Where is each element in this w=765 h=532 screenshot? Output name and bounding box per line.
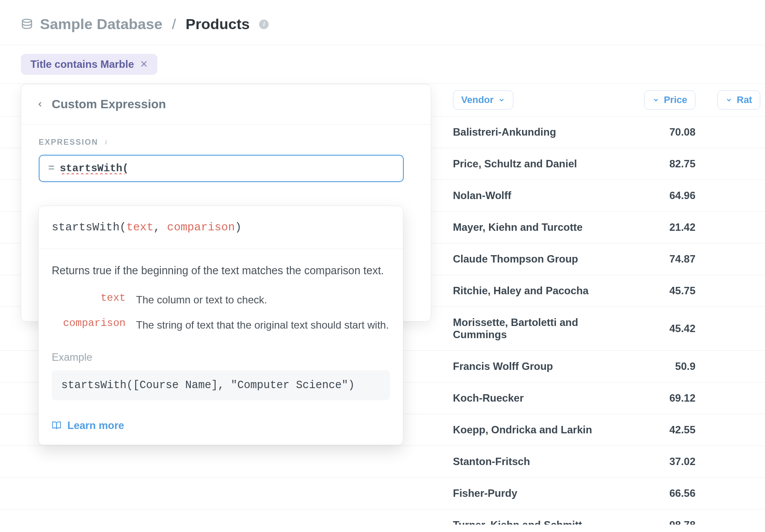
cell-price: 66.56 (630, 477, 717, 509)
cell-rating (717, 509, 765, 525)
param-desc: The string of text that the original tex… (136, 317, 390, 333)
cell-price: 45.42 (630, 306, 717, 350)
cell-rating (717, 180, 765, 211)
close-icon[interactable]: ✕ (140, 60, 148, 69)
cell-rating (717, 148, 765, 180)
table-row[interactable]: Fisher-Purdy66.56 (0, 477, 765, 509)
filter-chip-label: Title contains Marble (30, 58, 134, 70)
filter-row: Title contains Marble ✕ (0, 45, 765, 84)
cell-rating (717, 414, 765, 446)
chevron-down-icon (725, 96, 732, 103)
panel-title: Custom Expression (52, 97, 166, 111)
cell-price: 50.9 (630, 350, 717, 382)
column-header-price[interactable]: Price (644, 90, 695, 110)
book-icon (52, 421, 61, 430)
filter-chip[interactable]: Title contains Marble ✕ (21, 54, 157, 75)
cell-rating (717, 477, 765, 509)
cell-rating (717, 243, 765, 275)
chevron-down-icon (498, 96, 505, 103)
param-name: text (52, 292, 126, 304)
table-row[interactable]: Turner, Kiehn and Schmitt98.78 (0, 509, 765, 525)
column-header-rating[interactable]: Rat (717, 90, 760, 110)
expression-helper: startsWith(text, comparison) Returns tru… (38, 206, 403, 445)
chevron-left-icon[interactable] (36, 100, 44, 108)
svg-point-0 (23, 19, 32, 22)
cell-price: 37.02 (630, 446, 717, 477)
helper-params: text The column or text to check. compar… (39, 283, 403, 347)
table-row[interactable]: Stanton-Fritsch37.02 (0, 446, 765, 477)
cell-rating (717, 382, 765, 414)
info-icon[interactable]: i (103, 139, 110, 146)
breadcrumb-separator: / (172, 16, 176, 33)
expression-input[interactable]: = (39, 155, 404, 182)
example-label: Example (39, 347, 403, 370)
cell-vendor: Stanton-Fritsch (0, 446, 630, 477)
cell-price: 69.12 (630, 382, 717, 414)
param-name: comparison (52, 317, 126, 329)
learn-more-label: Learn more (67, 419, 124, 432)
cell-rating (717, 211, 765, 243)
cell-rating (717, 446, 765, 477)
breadcrumb: Sample Database / Products i (0, 0, 765, 45)
column-header-label: Rat (737, 94, 752, 106)
equals-icon: = (48, 163, 54, 174)
cell-price: 64.96 (630, 180, 717, 211)
param-desc: The column or text to check. (136, 292, 390, 308)
column-header-vendor[interactable]: Vendor (453, 90, 513, 110)
cell-rating (717, 275, 765, 306)
cell-rating (717, 116, 765, 148)
helper-signature: startsWith(text, comparison) (39, 206, 403, 249)
helper-description: Returns true if the beginning of the tex… (39, 249, 403, 283)
learn-more-link[interactable]: Learn more (39, 412, 403, 445)
breadcrumb-database[interactable]: Sample Database (40, 16, 163, 33)
cell-price: 74.87 (630, 243, 717, 275)
cell-price: 98.78 (630, 509, 717, 525)
chevron-down-icon (652, 96, 659, 103)
cell-price: 70.08 (630, 116, 717, 148)
column-header-label: Vendor (461, 94, 494, 106)
info-icon[interactable]: i (259, 20, 269, 29)
breadcrumb-table[interactable]: Products (186, 16, 249, 33)
cell-vendor: Fisher-Purdy (0, 477, 630, 509)
cell-price: 45.75 (630, 275, 717, 306)
cell-price: 82.75 (630, 148, 717, 180)
cell-price: 42.55 (630, 414, 717, 446)
cell-rating (717, 306, 765, 350)
column-header-label: Price (664, 94, 687, 106)
expression-label: EXPRESSION i (39, 138, 413, 147)
cell-rating (717, 350, 765, 382)
example-code: startsWith([Course Name], "Computer Scie… (52, 370, 390, 400)
database-icon (21, 18, 33, 30)
expression-field[interactable] (60, 163, 394, 174)
cell-vendor: Turner, Kiehn and Schmitt (0, 509, 630, 525)
cell-price: 21.42 (630, 211, 717, 243)
expression-label-text: EXPRESSION (39, 138, 98, 147)
